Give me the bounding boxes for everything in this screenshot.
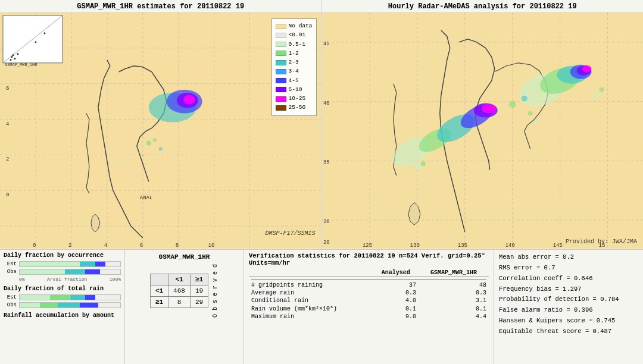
svg-text:2: 2 xyxy=(6,156,9,162)
legend-label-2: 2-3 xyxy=(289,58,299,67)
verif-gsmap-3: 0.1 xyxy=(419,305,489,313)
right-map-title: Hourly Radar-AMeDAS analysis for 2011082… xyxy=(322,0,644,12)
score-0: Mean abs error = 0.2 xyxy=(499,252,638,263)
svg-text:20: 20 xyxy=(323,240,329,246)
svg-point-22 xyxy=(142,153,144,156)
axis-0: 0% xyxy=(19,277,25,282)
score-2: Correlation coeff = 0.646 xyxy=(499,274,638,284)
legend-item-1: 1-2 xyxy=(276,49,313,58)
legend-item-3: 3-4 xyxy=(276,67,313,76)
svg-text:6: 6 xyxy=(6,86,9,92)
obs-rain-fill3 xyxy=(58,303,80,307)
right-map-area: 45 40 35 30 20 125 130 135 140 145 15 Pr… xyxy=(322,12,644,249)
score-1: RMS error = 0.7 xyxy=(499,263,638,274)
axis-mid: Areal fraction xyxy=(47,277,87,282)
legend-color-25 xyxy=(276,105,286,111)
svg-point-21 xyxy=(159,147,163,150)
verification-panel: Verification statistics for 20110822 19 … xyxy=(244,250,494,364)
svg-text:0: 0 xyxy=(33,243,36,249)
est-occurrence-fill xyxy=(20,262,80,266)
svg-text:8: 8 xyxy=(176,243,179,249)
legend-color-10 xyxy=(276,96,286,102)
legend-label-3: 3-4 xyxy=(289,67,299,76)
legend-item-2: 2-3 xyxy=(276,58,313,67)
rain-chart-title: Daily fraction of total rain xyxy=(4,285,121,292)
verif-row-0: # gridpoints raining 37 48 xyxy=(249,281,489,289)
svg-point-64 xyxy=(481,104,495,114)
svg-text:35: 35 xyxy=(323,159,329,165)
contingency-row-lt1: <1 xyxy=(150,285,168,297)
verification-table: Analysed GSMAP_MWR_1HR # gridpoints rain… xyxy=(249,269,489,321)
svg-text:10: 10 xyxy=(208,243,215,249)
obs-occurrence-fill2 xyxy=(65,269,85,274)
verif-row-2: Conditional rain 4.0 3.1 xyxy=(249,297,489,305)
verif-label-0: # gridpoints raining xyxy=(249,281,373,289)
legend-item-10: 10-25 xyxy=(276,95,313,103)
svg-text:GSMAP_MWR_1HR: GSMAP_MWR_1HR xyxy=(5,62,37,67)
est-rain-track xyxy=(19,294,121,300)
obs-rain-track xyxy=(19,302,121,308)
legend-color-2 xyxy=(276,60,286,65)
legend-item-05: 0.5-1 xyxy=(276,40,313,49)
right-map-svg: 45 40 35 30 20 125 130 135 140 145 15 xyxy=(322,12,644,249)
svg-rect-48 xyxy=(322,12,644,249)
svg-point-24 xyxy=(130,165,132,168)
score-6: Hanssen & Kuipers score = 0.745 xyxy=(499,316,638,327)
obs-rain-fill4 xyxy=(80,303,98,307)
svg-text:40: 40 xyxy=(323,101,329,106)
est-occurrence-fill3 xyxy=(95,262,105,266)
verif-analysed-2: 4.0 xyxy=(373,297,419,305)
left-map-panel: GSMAP_MWR_1HR estimates for 20110822 19 xyxy=(0,0,322,249)
legend-item-25: 25-50 xyxy=(276,103,313,112)
svg-text:2: 2 xyxy=(68,243,71,249)
legend-item-001: <0.01 xyxy=(276,31,313,39)
verification-title: Verification statistics for 20110822 19 … xyxy=(249,252,489,266)
verif-gsmap-0: 48 xyxy=(419,281,489,289)
verif-analysed-1: 0.3 xyxy=(373,289,419,297)
verif-col-label xyxy=(249,269,373,277)
verif-label-4: Maximum rain xyxy=(249,313,373,321)
provided-label: Provided by: JWA/JMA xyxy=(566,239,637,245)
legend-color-4 xyxy=(276,78,286,83)
verif-col-analysed: Analysed xyxy=(373,269,419,277)
legend: No data <0.01 0.5-1 1-2 xyxy=(271,18,317,116)
legend-label-5: 5-10 xyxy=(289,86,302,94)
est-occurrence-label: Est xyxy=(4,261,17,267)
obs-occurrence-track xyxy=(19,269,121,275)
svg-text:125: 125 xyxy=(362,243,372,249)
svg-point-23 xyxy=(117,159,121,162)
svg-point-41 xyxy=(12,54,14,56)
contingency-panel: GSMAP_MWR_1HR <1 ≥1 <1 468 19 ≥1 xyxy=(125,250,244,364)
svg-point-73 xyxy=(508,101,516,108)
svg-point-18 xyxy=(183,95,195,105)
verif-analysed-0: 37 xyxy=(373,281,419,289)
legend-color-001 xyxy=(276,33,286,38)
verif-gsmap-4: 4.4 xyxy=(419,313,489,321)
legend-color-3 xyxy=(276,69,286,74)
est-occurrence-track xyxy=(19,261,121,267)
verif-analysed-4: 9.0 xyxy=(373,313,419,321)
svg-point-44 xyxy=(10,59,11,61)
obs-occurrence-fill xyxy=(20,269,65,274)
obs-occurrence-label: Obs xyxy=(4,269,17,275)
verif-gsmap-1: 0.3 xyxy=(419,289,489,297)
legend-label-1: 1-2 xyxy=(289,49,299,58)
legend-item-4: 4-5 xyxy=(276,77,313,85)
legend-color-05 xyxy=(276,42,286,47)
svg-point-78 xyxy=(599,87,604,92)
svg-text:45: 45 xyxy=(323,41,329,47)
contingency-header-empty xyxy=(150,274,168,285)
obs-rain-row: Obs xyxy=(4,302,121,308)
svg-point-77 xyxy=(592,93,598,99)
legend-label-001: <0.01 xyxy=(289,31,306,39)
svg-text:130: 130 xyxy=(410,243,419,249)
score-3: Frequency bias = 1.297 xyxy=(499,284,638,295)
contingency-row-ge1: ≥1 xyxy=(150,297,168,308)
score-5: False alarm ratio = 0.396 xyxy=(499,305,638,316)
contingency-header-lt1: <1 xyxy=(168,274,191,285)
occurrence-axis: 0% Areal fraction 100% xyxy=(19,277,121,282)
legend-label-4: 4-5 xyxy=(289,77,299,85)
score-7: Equitable threat score = 0.487 xyxy=(499,327,638,337)
contingency-b: 19 xyxy=(190,285,208,297)
legend-label-25: 25-50 xyxy=(289,103,306,112)
